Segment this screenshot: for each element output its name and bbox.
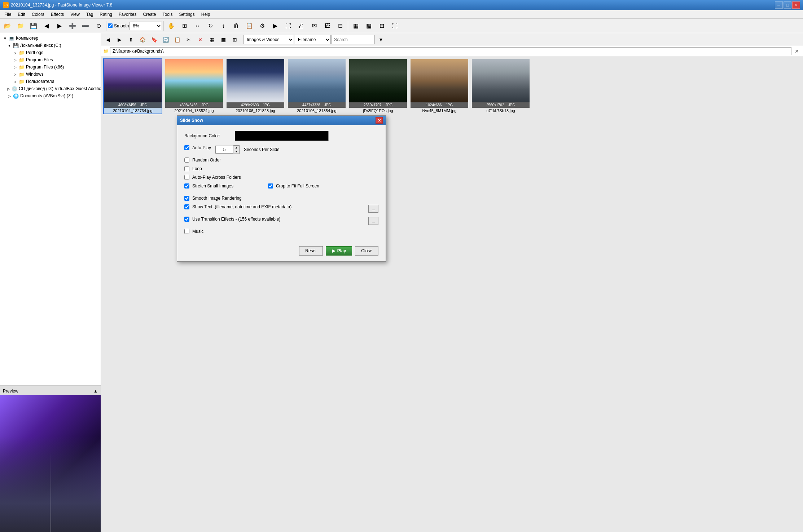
bg-color-label: Background Color: [184,133,231,138]
stretch-checkbox-label[interactable]: Stretch Small Images [184,183,264,189]
autoplay-label: Auto-Play [192,145,211,150]
smooth-rendering-checkbox[interactable] [184,196,189,201]
dialog-footer: Reset ▶ Play Close [177,243,386,261]
random-order-checkbox-label[interactable]: Random Order [184,158,378,163]
random-order-checkbox[interactable] [184,158,189,163]
transition-row: Use Transition Effects - (156 effects av… [184,217,378,225]
autoplay-folders-label: Auto-Play Across Folders [192,175,241,180]
transition-checkbox[interactable] [184,217,189,222]
stretch-checkbox[interactable] [184,183,189,189]
spinbox-up-button[interactable]: ▲ [233,146,239,150]
reset-button[interactable]: Reset [299,246,322,256]
stretch-crop-row: Stretch Small Images Crop to Fit Full Sc… [184,183,378,192]
crop-checkbox[interactable] [268,183,273,189]
loop-label: Loop [192,166,202,171]
autoplay-row: Auto-Play ▲ ▼ Seconds Per Slide [184,145,378,154]
music-checkbox-label[interactable]: Music [184,229,378,234]
play-label: Play [337,248,346,253]
music-checkbox[interactable] [184,229,189,234]
random-order-label: Random Order [192,158,221,163]
autoplay-folders-checkbox-label[interactable]: Auto-Play Across Folders [184,175,378,180]
dialog-title-text: Slide Show [180,118,203,123]
transition-label: Use Transition Effects - (156 effects av… [192,217,280,222]
dialog-close-button[interactable]: ✕ [376,117,383,124]
transition-checkbox-label[interactable]: Use Transition Effects - (156 effects av… [184,217,361,222]
slideshow-dialog: Slide Show ✕ Background Color: Auto-Play [177,115,386,262]
seconds-per-slide-label: Seconds Per Slide [244,147,280,152]
show-text-label: Show Text -(filename, datetime and EXIF … [192,204,291,209]
show-text-row: Show Text -(filename, datetime and EXIF … [184,204,378,213]
show-text-options-button[interactable]: ... [368,205,378,213]
spinbox-buttons: ▲ ▼ [233,145,240,154]
close-dialog-button[interactable]: Close [355,246,378,256]
play-icon: ▶ [332,248,335,253]
play-button[interactable]: ▶ Play [326,246,352,256]
dialog-overlay: Slide Show ✕ Background Color: Auto-Play [0,0,803,532]
dialog-title-bar: Slide Show ✕ [177,116,386,125]
show-text-checkbox[interactable] [184,204,189,209]
autoplay-checkbox[interactable] [184,145,189,150]
music-label: Music [192,229,203,234]
loop-checkbox-label[interactable]: Loop [184,166,378,171]
autoplay-checkbox-label[interactable]: Auto-Play [184,145,211,150]
bg-color-row: Background Color: [184,131,378,141]
smooth-rendering-label: Smooth Image Rendering [192,196,242,201]
stretch-label: Stretch Small Images [192,183,233,189]
dialog-body: Background Color: Auto-Play ▲ ▼ Seconds … [177,125,386,243]
transition-options-button[interactable]: ... [368,217,378,225]
seconds-input[interactable] [215,146,233,154]
crop-label: Crop to Fit Full Screen [276,183,319,189]
smooth-rendering-checkbox-label[interactable]: Smooth Image Rendering [184,196,378,201]
background-color-picker[interactable] [235,131,329,141]
seconds-spinbox: ▲ ▼ [215,145,240,154]
crop-checkbox-label[interactable]: Crop to Fit Full Screen [268,183,319,189]
autoplay-folders-checkbox[interactable] [184,175,189,180]
spinbox-down-button[interactable]: ▼ [233,150,239,154]
show-text-checkbox-label[interactable]: Show Text -(filename, datetime and EXIF … [184,204,361,209]
loop-checkbox[interactable] [184,166,189,171]
